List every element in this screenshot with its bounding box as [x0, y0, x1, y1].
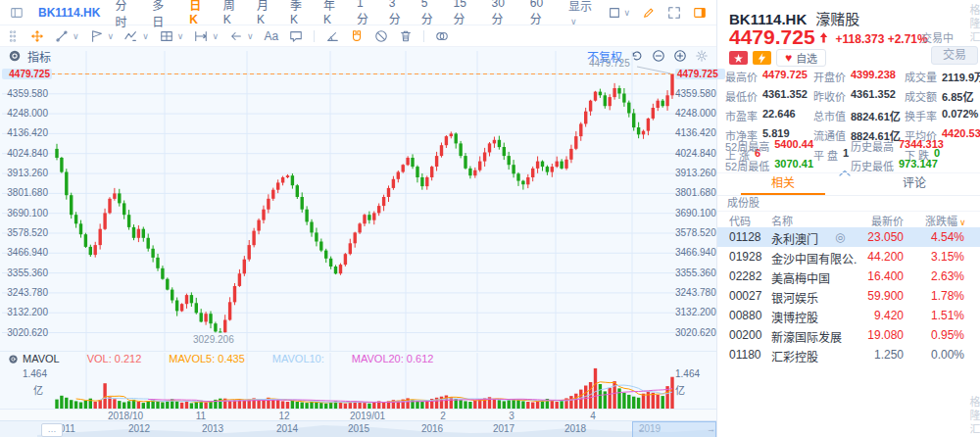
- table-row-00880[interactable]: 00880澳博控股9.4201.51%: [717, 306, 980, 325]
- table-header: 代码 名称 最新价 涨跌幅∨: [717, 212, 980, 227]
- add-favorite-button[interactable]: ♥ 自选: [776, 49, 826, 67]
- y-axis-label: 3132.200: [675, 307, 721, 317]
- panel-tabs: 相关评论: [717, 172, 980, 196]
- col-pct[interactable]: 涨跌幅∨: [925, 213, 966, 228]
- y-axis-label: 3355.360: [2, 267, 48, 278]
- vol-axis-value-right: 1.464: [675, 368, 700, 379]
- crosshair-move-icon[interactable]: [30, 28, 44, 43]
- navigator-left-arrow[interactable]: ←: [637, 424, 646, 434]
- navigator-year-2018[interactable]: 2018: [564, 423, 586, 434]
- callout-tool[interactable]: [289, 28, 303, 43]
- table-row-01928[interactable]: 01928金沙中国有限公...44.2003.15%: [717, 247, 980, 267]
- vol-value: VOL: 0.212: [87, 353, 142, 364]
- quote-change: +118.373: [836, 32, 885, 46]
- wave-tool[interactable]: ∨: [124, 29, 149, 43]
- hide-drawings-icon[interactable]: [374, 28, 388, 43]
- gann-box-tool[interactable]: ∨: [160, 29, 184, 43]
- display-dropdown[interactable]: 显示∨: [568, 0, 596, 27]
- y-axis-label: 3355.360: [675, 267, 721, 278]
- navigator-more-button[interactable]: …: [41, 423, 63, 437]
- stat-item: 总市值8824.61亿: [813, 108, 905, 123]
- navigator-year-2015[interactable]: 2015: [348, 423, 369, 434]
- range-navigator[interactable]: 201120122013201420152016201720182019 … ←…: [0, 420, 716, 437]
- navigator-year-2014[interactable]: 2014: [276, 423, 298, 434]
- y-axis-label: 3690.100: [675, 208, 721, 218]
- layout-icon[interactable]: [10, 5, 24, 20]
- stat-item: 最低价4361.352: [725, 88, 813, 104]
- measure-tool[interactable]: ∨: [194, 29, 219, 43]
- navigator-year-2012[interactable]: 2012: [128, 423, 150, 434]
- fullscreen-icon[interactable]: [667, 5, 681, 20]
- y-axis-label: 4248.000: [675, 108, 721, 119]
- trade-button[interactable]: 交易: [931, 46, 978, 65]
- market-status: 交易中: [921, 29, 954, 45]
- y-axis-label: 3243.780: [2, 287, 48, 298]
- vol-axis-unit-right: 亿: [675, 382, 685, 397]
- watermark-top: 格隆汇: [966, 4, 980, 45]
- drag-handle-icon[interactable]: [6, 28, 20, 43]
- quote-price: 4479.725 +118.373 +2.71%: [729, 25, 928, 49]
- navigator-year-2016[interactable]: 2016: [421, 423, 443, 434]
- candlestick-chart[interactable]: [0, 47, 716, 351]
- range-item: 52周最高5400.44: [725, 138, 851, 154]
- vol-axis-unit-left: 亿: [33, 382, 43, 397]
- table-row-01128[interactable]: 01128永利澳门◎23.0504.54%: [717, 227, 980, 247]
- magnet-icon[interactable]: [350, 28, 364, 43]
- constituents-section-title: 成份股: [717, 194, 980, 212]
- text-tool[interactable]: Aa: [265, 29, 279, 43]
- candle-style-dropdown[interactable]: ∨: [608, 6, 630, 20]
- compare-rings-icon[interactable]: [435, 28, 449, 43]
- mavol-legend: MAVOL VOL: 0.212 MAVOL5: 0.435 MAVOL10: …: [0, 351, 716, 364]
- heart-icon: ♥: [785, 51, 792, 65]
- y-axis-label: 4136.420: [675, 127, 721, 138]
- y-axis-label: 4024.840: [675, 148, 721, 159]
- mavol20-value: MAVOL20: 0.612: [352, 353, 434, 364]
- pitchfork-tool[interactable]: ∨: [90, 29, 115, 43]
- y-axis-label: 4136.420: [2, 127, 48, 138]
- y-axis-label: 3578.520: [675, 227, 721, 238]
- mavol-settings-icon[interactable]: [8, 353, 19, 365]
- table-row-00027[interactable]: 00027银河娱乐59.9001.78%: [717, 286, 980, 306]
- y-axis-label: 3020.620: [2, 327, 48, 338]
- stat-item: 开盘价4399.238: [813, 69, 905, 84]
- side-panel-toggle-icon[interactable]: [693, 5, 707, 20]
- col-price[interactable]: 最新价: [862, 213, 904, 228]
- stat-item: 成交量2119.9万: [905, 69, 980, 84]
- navigator-right-arrow[interactable]: →: [707, 424, 715, 434]
- low-annotation: 3029.206: [193, 334, 234, 345]
- tab-评论[interactable]: 评论: [849, 173, 980, 195]
- vol-axis-value-left: 1.464: [6, 368, 47, 379]
- drawing-toolbar: ∨ ∨ ∨ ∨ ∨ ∨ Aa: [0, 25, 716, 47]
- stat-item: 最高价4479.725: [725, 69, 813, 84]
- mavol-label[interactable]: MAVOL: [23, 353, 60, 364]
- pencil-icon[interactable]: [642, 5, 656, 20]
- arrow-tool[interactable]: ∨: [229, 29, 254, 43]
- symbol-label[interactable]: BK1114.HK: [38, 6, 100, 20]
- y-axis-label: 4359.580: [675, 88, 721, 99]
- y-axis-label: 3132.200: [2, 307, 48, 317]
- y-axis-label: 3690.100: [2, 208, 48, 218]
- range-item: 52周最低3070.41: [725, 158, 851, 173]
- candlestick-series[interactable]: [55, 74, 673, 333]
- range-item: 历史最高7344.313: [851, 138, 976, 154]
- y-axis-label: 3466.940: [2, 247, 48, 258]
- col-name[interactable]: 名称: [771, 213, 793, 228]
- y-axis-label: 3466.940: [675, 247, 721, 258]
- y-axis-label: 3243.780: [675, 287, 721, 298]
- y-axis-label: 4359.580: [2, 88, 48, 99]
- col-code[interactable]: 代码: [729, 213, 751, 228]
- table-row-02282[interactable]: 02282美高梅中国16.4002.63%: [717, 267, 980, 286]
- stat-item: 换手率0.072%: [905, 108, 980, 123]
- up-arrow-icon: [817, 31, 830, 44]
- y-axis-label: 4479.725: [2, 69, 52, 79]
- table-row-01180[interactable]: 01180汇彩控股1.2500.00%: [717, 345, 980, 364]
- tab-相关[interactable]: 相关: [717, 173, 849, 195]
- navigator-year-2017[interactable]: 2017: [493, 423, 514, 434]
- navigator-year-2013[interactable]: 2013: [202, 423, 223, 434]
- hk-market-icon: [729, 51, 748, 65]
- level2-lightning-icon: [753, 51, 771, 65]
- trendline-tool[interactable]: ∨: [55, 29, 79, 43]
- angle-tool[interactable]: [325, 28, 339, 43]
- table-row-00200[interactable]: 00200新濠国际发展19.0800.95%: [717, 325, 980, 345]
- delete-drawings-icon[interactable]: [399, 28, 413, 43]
